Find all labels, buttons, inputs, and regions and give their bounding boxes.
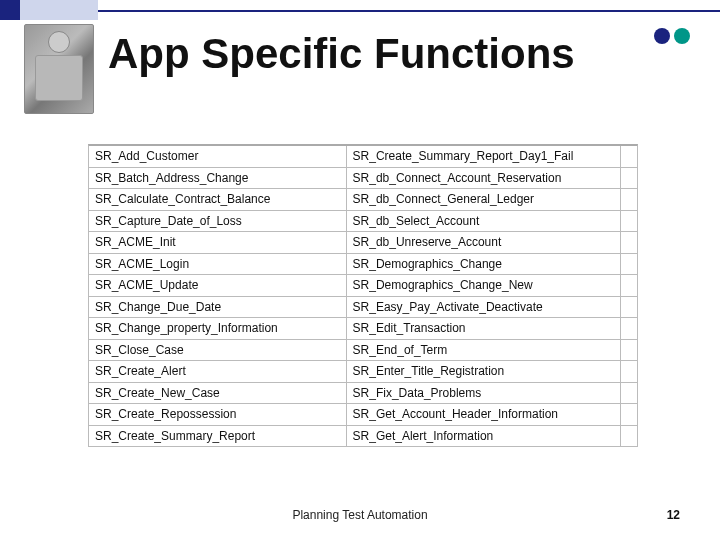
row-tail [621,189,637,210]
function-name: SR_Fix_Data_Problems [347,383,621,404]
function-name: SR_Enter_Title_Registration [347,361,621,382]
function-name: SR_Create_New_Case [89,383,347,404]
row-tail [621,383,637,404]
function-name: SR_Edit_Transaction [347,318,621,339]
function-name: SR_db_Connect_General_Ledger [347,189,621,210]
row-tail [621,340,637,361]
table-row: SR_Close_Case SR_End_of_Term [89,340,637,362]
function-name: SR_Change_Due_Date [89,297,347,318]
table-row: SR_Batch_Address_Change SR_db_Connect_Ac… [89,168,637,190]
function-name: SR_ACME_Init [89,232,347,253]
function-name: SR_Get_Account_Header_Information [347,404,621,425]
row-tail [621,404,637,425]
table-row: SR_Capture_Date_of_Loss SR_db_Select_Acc… [89,211,637,233]
table-row: SR_Create_New_Case SR_Fix_Data_Problems [89,383,637,405]
logo-accent-icon [20,0,98,20]
function-name: SR_ACME_Login [89,254,347,275]
row-tail [621,232,637,253]
table-row: SR_ACME_Update SR_Demographics_Change_Ne… [89,275,637,297]
table-row: SR_Create_Alert SR_Enter_Title_Registrat… [89,361,637,383]
functions-table: SR_Add_Customer SR_Create_Summary_Report… [88,144,638,447]
header-rule-icon [98,0,720,12]
row-tail [621,361,637,382]
logo-square-icon [0,0,20,20]
row-tail [621,146,637,167]
row-tail [621,297,637,318]
navy-dot-icon [654,28,670,44]
teal-dot-icon [674,28,690,44]
robot-image-icon [24,24,94,114]
logo-block [0,0,98,20]
row-tail [621,318,637,339]
row-tail [621,426,637,447]
function-name: SR_Easy_Pay_Activate_Deactivate [347,297,621,318]
function-name: SR_Batch_Address_Change [89,168,347,189]
function-name: SR_End_of_Term [347,340,621,361]
header-bar [0,0,720,20]
function-name: SR_Create_Summary_Report_Day1_Fail [347,146,621,167]
row-tail [621,168,637,189]
footer-text: Planning Test Automation [292,508,427,522]
function-name: SR_Capture_Date_of_Loss [89,211,347,232]
function-name: SR_Create_Summary_Report [89,426,347,447]
table-row: SR_Create_Summary_Report SR_Get_Alert_In… [89,426,637,448]
function-name: SR_Get_Alert_Information [347,426,621,447]
table-row: SR_Change_Due_Date SR_Easy_Pay_Activate_… [89,297,637,319]
page-title: App Specific Functions [108,30,575,78]
function-name: SR_Calculate_Contract_Balance [89,189,347,210]
function-name: SR_Create_Repossession [89,404,347,425]
row-tail [621,254,637,275]
function-name: SR_db_Connect_Account_Reservation [347,168,621,189]
function-name: SR_Demographics_Change_New [347,275,621,296]
function-name: SR_Create_Alert [89,361,347,382]
function-name: SR_ACME_Update [89,275,347,296]
table-row: SR_Change_property_Information SR_Edit_T… [89,318,637,340]
table-row: SR_Add_Customer SR_Create_Summary_Report… [89,146,637,168]
page-number: 12 [667,508,680,522]
table-row: SR_ACME_Login SR_Demographics_Change [89,254,637,276]
corner-dots [654,28,690,44]
function-name: SR_Change_property_Information [89,318,347,339]
function-name: SR_db_Select_Account [347,211,621,232]
footer: Planning Test Automation [0,508,720,522]
table-row: SR_Create_Repossession SR_Get_Account_He… [89,404,637,426]
function-name: SR_db_Unreserve_Account [347,232,621,253]
row-tail [621,211,637,232]
row-tail [621,275,637,296]
table-row: SR_ACME_Init SR_db_Unreserve_Account [89,232,637,254]
function-name: SR_Add_Customer [89,146,347,167]
table-row: SR_Calculate_Contract_Balance SR_db_Conn… [89,189,637,211]
function-name: SR_Demographics_Change [347,254,621,275]
function-name: SR_Close_Case [89,340,347,361]
